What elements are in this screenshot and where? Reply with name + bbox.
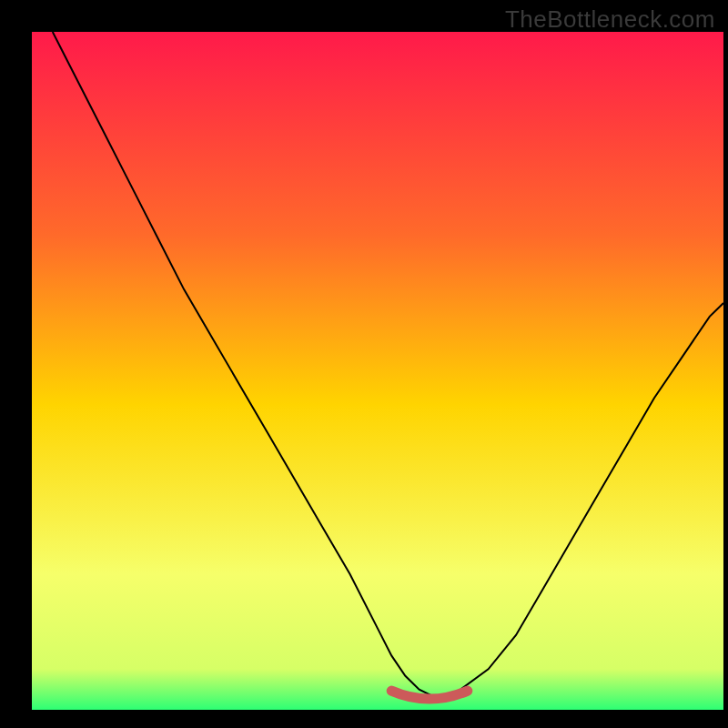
gradient-background: [32, 32, 723, 710]
chart-plot-area: [32, 32, 723, 710]
bottleneck-chart: [32, 32, 723, 710]
attribution-text: TheBottleneck.com: [505, 5, 715, 34]
